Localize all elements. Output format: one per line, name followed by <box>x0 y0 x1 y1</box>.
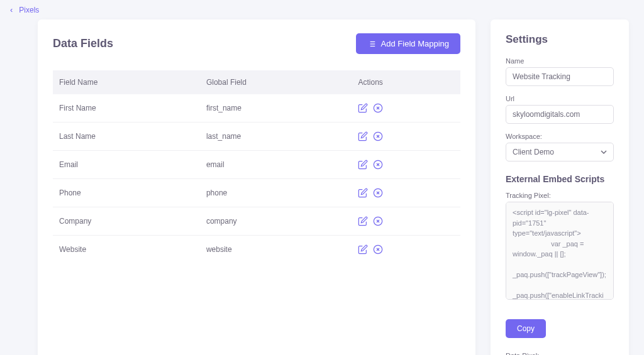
data-pixel-label: Data Pixel: <box>506 352 614 355</box>
list-icon <box>367 40 376 48</box>
table-row: Websitewebsite <box>53 236 460 264</box>
workspace-label: Workspace: <box>506 133 614 140</box>
workspace-select[interactable]: Client Demo <box>506 143 614 161</box>
settings-card: Settings Name Url Workspace: Client Demo… <box>491 19 629 355</box>
delete-icon[interactable] <box>373 103 383 113</box>
cell-global-field: first_name <box>200 94 352 123</box>
tracking-pixel-textarea[interactable] <box>506 202 614 300</box>
data-fields-table: Field Name Global Field Actions First Na… <box>53 70 460 263</box>
cell-global-field: phone <box>200 179 352 207</box>
back-chevron-icon[interactable]: ‹ <box>10 5 13 14</box>
cell-global-field: email <box>200 151 352 179</box>
data-fields-card: Data Fields Add Field Mapping Field Name… <box>38 19 475 355</box>
table-row: Emailemail <box>53 151 460 179</box>
cell-field-name: Company <box>53 207 200 236</box>
table-row: Companycompany <box>53 207 460 236</box>
settings-title: Settings <box>506 33 614 46</box>
cell-field-name: Last Name <box>53 123 200 151</box>
breadcrumb-pixels[interactable]: Pixels <box>19 6 39 14</box>
embed-scripts-heading: External Embed Scripts <box>506 174 614 184</box>
cell-global-field: website <box>200 236 352 264</box>
url-input[interactable] <box>506 105 614 124</box>
delete-icon[interactable] <box>373 160 383 170</box>
copy-button[interactable]: Copy <box>506 319 546 338</box>
edit-icon[interactable] <box>358 160 368 170</box>
col-actions: Actions <box>352 70 460 94</box>
edit-icon[interactable] <box>358 103 368 113</box>
cell-field-name: Email <box>53 151 200 179</box>
delete-icon[interactable] <box>373 131 383 141</box>
table-row: Last Namelast_name <box>53 123 460 151</box>
url-label: Url <box>506 95 614 102</box>
col-global-field: Global Field <box>200 70 352 94</box>
table-row: Phonephone <box>53 179 460 207</box>
tracking-pixel-label: Tracking Pixel: <box>506 192 614 199</box>
delete-icon[interactable] <box>373 244 383 254</box>
cell-global-field: last_name <box>200 123 352 151</box>
add-field-mapping-button[interactable]: Add Field Mapping <box>356 33 460 54</box>
col-field-name: Field Name <box>53 70 200 94</box>
cell-field-name: First Name <box>53 94 200 123</box>
cell-global-field: company <box>200 207 352 236</box>
delete-icon[interactable] <box>373 188 383 198</box>
data-fields-title: Data Fields <box>53 37 113 50</box>
name-label: Name <box>506 57 614 65</box>
table-row: First Namefirst_name <box>53 94 460 123</box>
edit-icon[interactable] <box>358 188 368 198</box>
name-input[interactable] <box>506 67 614 86</box>
edit-icon[interactable] <box>358 131 368 141</box>
cell-field-name: Website <box>53 236 200 264</box>
edit-icon[interactable] <box>358 216 368 226</box>
edit-icon[interactable] <box>358 244 368 254</box>
cell-field-name: Phone <box>53 179 200 207</box>
delete-icon[interactable] <box>373 216 383 226</box>
add-field-mapping-label: Add Field Mapping <box>381 39 449 48</box>
